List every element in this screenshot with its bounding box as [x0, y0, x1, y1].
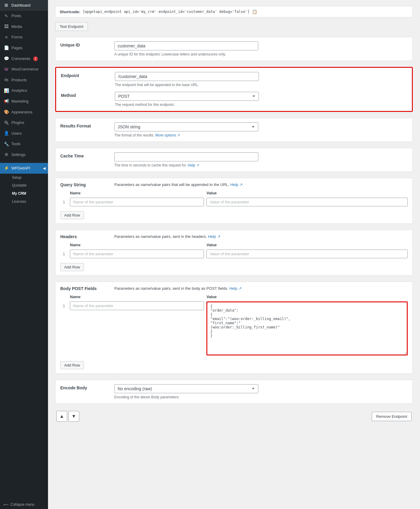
sidebar-item-forms[interactable]: ≡ Forms: [0, 32, 48, 43]
method-field: POST GET PUT DELETE PATCH The request me…: [115, 92, 407, 107]
sidebar-submenu-mycrm[interactable]: My CRM: [10, 190, 48, 198]
results-format-row: Results Format JSON string Array Object …: [55, 118, 413, 142]
headers-header: Headers Parameters as name/value pairs, …: [60, 234, 408, 239]
headers-name-input[interactable]: [70, 250, 204, 258]
query-value-input[interactable]: [206, 198, 408, 206]
sidebar-submenu-setup[interactable]: Setup: [10, 174, 48, 182]
body-post-description: Parameters as name/value pairs, sent in …: [114, 286, 408, 291]
sidebar-divider: [0, 161, 48, 162]
headers-col-headers: Name Value: [60, 243, 408, 248]
sidebar-item-pages[interactable]: 📄 Pages: [0, 43, 48, 53]
headers-description: Parameters as name/value pairs, sent in …: [114, 234, 408, 239]
marketing-icon: 📢: [4, 98, 9, 104]
param-name-col: [70, 250, 204, 258]
sidebar-item-products[interactable]: 🛍 Products: [0, 75, 48, 85]
endpoint-row: Endpoint The endpoint that will be appen…: [61, 72, 407, 87]
sidebar-item-settings[interactable]: ⚙ Settings: [0, 149, 48, 160]
test-endpoint-button[interactable]: Test Endpoint: [55, 22, 88, 31]
remove-endpoint-button[interactable]: Remove Endpoint: [372, 412, 412, 421]
collapse-menu[interactable]: ⟵ Collapse menu: [0, 500, 48, 509]
comments-badge: 1: [33, 56, 38, 61]
cache-time-field: The time in seconds to cache this reques…: [114, 152, 408, 167]
param-value-col: [206, 250, 408, 258]
sidebar-item-posts[interactable]: ✎ Posts: [0, 11, 48, 22]
method-select[interactable]: POST GET PUT DELETE PATCH: [115, 92, 259, 101]
move-down-button[interactable]: ▼: [68, 411, 79, 422]
sidebar-item-wpgetapi[interactable]: ⚡ WPGetAPI ◀: [0, 163, 48, 174]
sidebar-submenu-quotable[interactable]: Quotable: [10, 181, 48, 190]
bottom-bar: ▲ ▼ Remove Endpoint: [55, 411, 413, 422]
results-format-label: Results Format: [60, 122, 114, 128]
unique-id-description: A unique ID for this endpoint. Lowercase…: [114, 52, 408, 56]
body-value-col-header: Value: [206, 295, 408, 300]
body-add-row-button[interactable]: Add Row: [60, 361, 84, 369]
body-post-label: Body POST Fields: [60, 286, 114, 291]
unique-id-input[interactable]: [114, 41, 258, 50]
headers-add-row-button[interactable]: Add Row: [60, 263, 84, 271]
query-value-col-header: Value: [206, 191, 408, 196]
param-row-num: 1: [60, 198, 68, 204]
pages-icon: 📄: [4, 45, 9, 51]
param-row-num: 1: [60, 250, 68, 256]
encode-body-label: Encode Body: [60, 384, 114, 390]
query-string-section: Query String Parameters as name/value pa…: [55, 178, 413, 224]
body-value-textarea[interactable]: { "order_data": { "email":"(woo:order:_b…: [206, 301, 408, 355]
body-col-headers: Name Value: [60, 295, 408, 300]
tools-icon: 🔧: [4, 141, 9, 147]
param-value-col: { "order_data": { "email":"(woo:order:_b…: [206, 301, 408, 356]
endpoint-field: The endpoint that will be appended to th…: [115, 72, 407, 87]
sidebar-item-marketing[interactable]: 📢 Marketing: [0, 96, 48, 107]
headers-name-col-header: Name: [70, 243, 204, 248]
settings-icon: ⚙: [4, 152, 9, 158]
more-options-link[interactable]: More options ↗: [155, 133, 180, 137]
copy-shortcode-button[interactable]: 📋: [252, 9, 257, 14]
headers-value-col-header: Value: [206, 243, 408, 248]
method-row: Method POST GET PUT DELETE PATCH The req…: [61, 92, 407, 107]
encode-body-select[interactable]: No encoding (raw) URL encode JSON encode: [114, 384, 258, 393]
analytics-icon: 📊: [4, 88, 9, 94]
comments-icon: 💬: [4, 56, 9, 62]
query-string-header: Query String Parameters as name/value pa…: [60, 182, 408, 187]
sidebar-item-media[interactable]: 🖼 Media: [0, 21, 48, 32]
query-help-link[interactable]: Help ↗: [230, 182, 243, 187]
table-row: 1: [60, 198, 408, 206]
cache-time-input[interactable]: [114, 152, 258, 161]
body-post-header: Body POST Fields Parameters as name/valu…: [60, 286, 408, 291]
headers-help-link[interactable]: Help ↗: [208, 234, 220, 239]
body-help-link[interactable]: Help ↗: [229, 286, 242, 291]
encode-body-field: No encoding (raw) URL encode JSON encode…: [114, 384, 408, 399]
query-string-col-headers: Name Value: [60, 191, 408, 196]
endpoint-input[interactable]: [115, 72, 259, 81]
headers-section: Headers Parameters as name/value pairs, …: [55, 230, 413, 276]
sidebar-item-users[interactable]: 👤 Users: [0, 128, 48, 139]
headers-table: Name Value 1: [60, 243, 408, 258]
table-row: 1: [60, 250, 408, 258]
cache-time-label: Cache Time: [60, 152, 114, 158]
sidebar-item-dashboard[interactable]: ⊞ Dashboard: [0, 0, 48, 11]
wpgetapi-icon: ⚡: [4, 165, 9, 171]
main-content: Shortcode: [wpgetapi_endpoint api_id='my…: [48, 0, 420, 509]
sidebar-item-woocommerce[interactable]: W WooCommerce: [0, 64, 48, 75]
posts-icon: ✎: [4, 13, 9, 19]
cache-help-link[interactable]: Help ↗: [188, 163, 199, 167]
wpgetapi-submenu: Setup Quotable My CRM Licenses: [0, 174, 48, 206]
sidebar-item-analytics[interactable]: 📊 Analytics: [0, 85, 48, 96]
sidebar-item-comments[interactable]: 💬 Comments 1: [0, 53, 48, 64]
endpoint-method-section: Endpoint The endpoint that will be appen…: [55, 67, 413, 112]
query-add-row-button[interactable]: Add Row: [60, 211, 84, 219]
body-post-fields-section: Body POST Fields Parameters as name/valu…: [55, 282, 413, 374]
sidebar-item-appearance[interactable]: 🎨 Appearance: [0, 107, 48, 118]
wpgetapi-arrow: ◀: [43, 166, 46, 171]
body-name-input[interactable]: [70, 301, 204, 310]
results-format-select[interactable]: JSON string Array Object: [114, 122, 258, 131]
headers-value-input[interactable]: [206, 250, 408, 258]
sidebar-item-tools[interactable]: 🔧 Tools: [0, 139, 48, 150]
sidebar-submenu-licenses[interactable]: Licenses: [10, 198, 48, 206]
encode-body-description: Encoding of the above Body parameters.: [114, 395, 408, 399]
param-name-col: [70, 198, 204, 206]
move-up-button[interactable]: ▲: [56, 411, 67, 422]
sidebar-item-plugins[interactable]: 🔌 Plugins: [0, 118, 48, 128]
query-name-input[interactable]: [70, 198, 204, 206]
media-icon: 🖼: [4, 24, 9, 30]
arrow-buttons: ▲ ▼: [56, 411, 79, 422]
